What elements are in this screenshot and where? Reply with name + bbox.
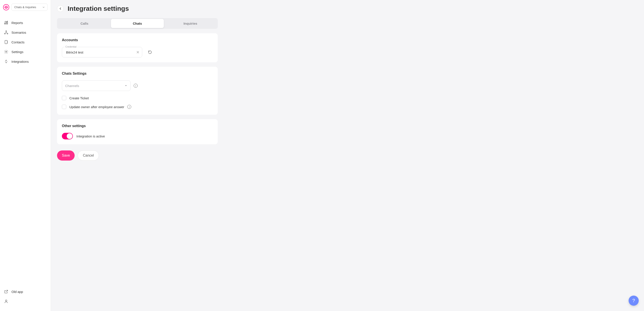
back-button[interactable] [57,5,64,12]
integrations-icon [4,59,8,64]
reload-icon [148,50,152,54]
sidebar-item-reports[interactable]: Reports [2,18,49,27]
sidebar-item-integrations[interactable]: Integrations [2,57,49,66]
reports-icon [4,20,8,25]
svg-point-4 [4,33,5,34]
create-ticket-checkbox[interactable] [62,96,66,100]
chevron-down-icon [42,6,45,8]
gear-icon [4,50,8,54]
module-selector-label: Chats & Inquiries [14,6,36,9]
credential-input[interactable] [66,50,136,54]
sidebar-header: Chats & Inquiries [0,4,51,15]
logo-icon [3,4,9,10]
app-root: Chats & Inquiries Reports Scenarios [0,0,644,311]
save-button[interactable]: Save [57,150,75,160]
chats-settings-heading: Chats Settings [62,72,213,76]
chevron-left-icon [59,7,62,10]
page-header: Integration settings [57,5,638,12]
sidebar-footer: Old app [0,286,51,308]
svg-point-3 [6,30,6,32]
channels-row: Channels i [62,80,213,91]
credential-field: Credential [62,47,142,58]
update-owner-checkbox[interactable] [62,104,66,109]
tab-chats[interactable]: Chats [111,19,164,28]
create-ticket-label: Create Ticket [69,96,89,100]
credential-input-wrap [62,47,142,58]
page-title: Integration settings [68,5,129,12]
sidebar-item-label: Settings [12,50,23,54]
integration-active-label: Integration is active [76,134,105,138]
create-ticket-row: Create Ticket [62,96,213,100]
close-icon [136,51,139,54]
main-content: Integration settings Calls Chats Inquiri… [51,0,644,311]
sidebar-item-settings[interactable]: Settings [2,47,49,56]
help-fab[interactable]: ? [628,296,639,306]
svg-point-10 [6,51,7,52]
module-selector[interactable]: Chats & Inquiries [12,4,48,11]
reload-credential-button[interactable] [148,50,152,54]
tab-inquiries[interactable]: Inquiries [164,19,217,28]
sidebar-item-label: Integrations [12,60,28,64]
form-actions: Save Cancel [57,150,638,160]
clear-credential-button[interactable] [136,50,140,54]
sidebar-item-label: Old app [12,290,23,294]
svg-rect-1 [6,22,6,24]
sidebar-item-scenarios[interactable]: Scenarios [2,28,49,37]
sidebar-item-old-app[interactable]: Old app [2,287,49,296]
channels-placeholder: Channels [65,84,79,88]
update-owner-label: Update owner after employee answer [69,105,124,109]
channels-info-icon[interactable]: i [134,84,138,88]
tabs-bar: Calls Chats Inquiries [57,18,218,29]
toggle-knob [67,133,72,139]
svg-rect-2 [7,21,8,24]
caret-down-icon [124,84,127,87]
external-link-icon [4,290,8,294]
sidebar-item-label: Scenarios [12,30,26,34]
accounts-card: Accounts Credential [57,33,218,62]
scenarios-icon [4,30,8,34]
svg-point-5 [7,33,8,34]
svg-rect-0 [4,23,5,24]
chats-settings-card: Chats Settings Channels i Create Ticket … [57,67,218,115]
update-owner-row: Update owner after employee answer i [62,104,213,109]
credential-label: Credential [64,45,77,48]
svg-point-11 [6,300,7,301]
other-settings-card: Other settings Integration is active [57,119,218,144]
contacts-icon [4,40,8,44]
cancel-button[interactable]: Cancel [78,150,99,160]
update-owner-info-icon[interactable]: i [127,105,131,109]
sidebar-item-label: Reports [12,21,23,25]
sidebar-item-label: Contacts [12,40,24,44]
credential-row: Credential [62,47,213,58]
channels-select[interactable]: Channels [62,80,130,91]
tab-calls[interactable]: Calls [58,19,111,28]
integration-active-toggle[interactable] [62,133,73,140]
sidebar-item-user[interactable] [2,297,49,306]
integration-active-row: Integration is active [62,133,213,140]
user-icon [4,299,8,304]
sidebar: Chats & Inquiries Reports Scenarios [0,0,51,311]
other-settings-heading: Other settings [62,124,213,128]
svg-rect-6 [5,40,7,44]
sidebar-item-contacts[interactable]: Contacts [2,38,49,46]
sidebar-nav: Reports Scenarios Contacts Settings [0,15,51,286]
accounts-heading: Accounts [62,38,213,42]
